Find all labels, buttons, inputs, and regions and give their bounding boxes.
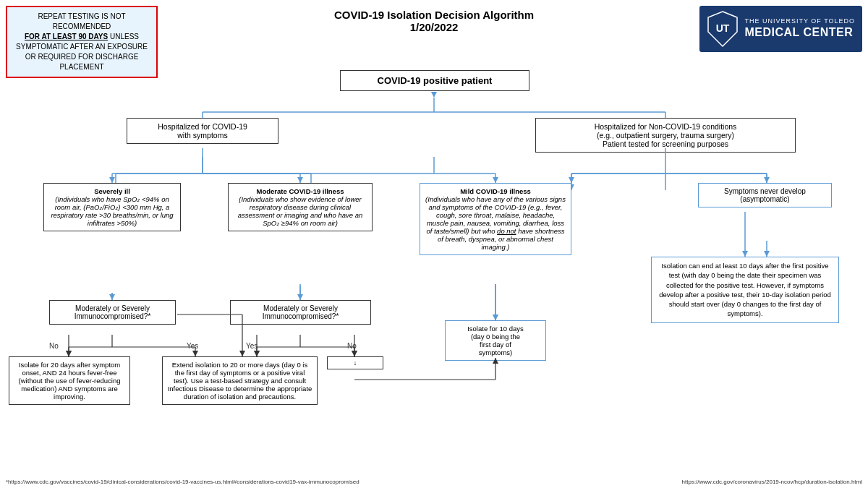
moderate-box: Moderate COVID-19 illness (Individuals w… — [228, 183, 373, 231]
footer-left: *https://www.cdc.gov/vaccines/covid-19/c… — [6, 479, 359, 485]
yes-label-1: Yes — [187, 342, 198, 350]
svg-marker-58 — [297, 177, 303, 183]
svg-marker-41 — [493, 314, 498, 320]
mild-box: Mild COVID-19 illness (Individuals who h… — [420, 183, 571, 255]
svg-marker-42 — [764, 251, 770, 257]
no-label-2: No — [347, 342, 357, 350]
title-line1: COVID-19 Isolation Decision Algorithm — [334, 9, 534, 21]
hosp-covid-box: Hospitalized for COVID-19with symptoms — [127, 118, 278, 144]
ut-shield-icon: UT — [707, 10, 739, 48]
svg-marker-65 — [297, 294, 303, 300]
title-line2: 1/20/2022 — [334, 21, 534, 33]
svg-marker-63 — [109, 294, 115, 300]
svg-marker-43 — [66, 351, 72, 356]
footer: *https://www.cdc.gov/vaccines/covid-19/c… — [6, 479, 862, 485]
svg-marker-78 — [352, 351, 357, 356]
isolate10-asymp-box: Isolation can end at least 10 days after… — [651, 257, 839, 323]
logo-text: THE UNIVERSITY OF TOLEDO MEDICAL CENTER — [744, 17, 855, 40]
svg-marker-46 — [352, 351, 357, 356]
hosp-non-covid-box: Hospitalized for Non-COVID-19 conditions… — [535, 118, 796, 153]
footer-right: https://www.cdc.gov/coronavirus/2019-nco… — [682, 479, 862, 485]
isolate20-no-box: Isolate for 20 days after symptom onset,… — [9, 356, 130, 405]
svg-marker-61 — [764, 177, 770, 183]
svg-marker-44 — [192, 351, 198, 356]
asymptomatic-box: Symptoms never develop(asymptomatic) — [698, 183, 832, 207]
isolate10-box: Isolate for 10 days(day 0 being thefirst… — [445, 320, 546, 361]
svg-marker-71 — [66, 351, 72, 356]
immunocomp2-box: Moderately or SeverelyImmunocompromised?… — [230, 300, 371, 325]
svg-marker-45 — [254, 351, 260, 356]
svg-marker-76 — [254, 351, 260, 356]
svg-marker-57 — [109, 177, 115, 183]
svg-marker-32 — [431, 92, 437, 98]
no-result-immunocomp2: ↓ — [327, 356, 383, 369]
svg-marker-60 — [569, 177, 574, 183]
yes-label-2: Yes — [246, 342, 258, 350]
svg-text:UT: UT — [716, 22, 730, 34]
warning-text-line2: FOR AT LEAST 90 DAYS — [25, 33, 108, 40]
svg-marker-69 — [742, 251, 748, 257]
svg-marker-59 — [493, 177, 498, 183]
start-box: COVID-19 positive patient — [340, 70, 529, 91]
severely-ill-box: Severely ill (Individuals who have SpO₂ … — [43, 183, 181, 231]
svg-marker-67 — [493, 314, 498, 320]
university-name: THE UNIVERSITY OF TOLEDO — [744, 17, 855, 26]
logo-box: UT THE UNIVERSITY OF TOLEDO MEDICAL CENT… — [699, 6, 862, 52]
page: REPEAT TESTING IS NOT RECOMMENDED FOR AT… — [0, 0, 868, 488]
header: COVID-19 Isolation Decision Algorithm 1/… — [6, 6, 862, 33]
header-title: COVID-19 Isolation Decision Algorithm 1/… — [334, 9, 534, 33]
no-label-1: No — [49, 342, 59, 350]
extend-isolation-box: Extend isolation to 20 or more days (day… — [162, 356, 318, 405]
immunocomp1-box: Moderately or SeverelyImmunocompromised?… — [49, 300, 176, 325]
medical-center-name: MEDICAL CENTER — [744, 25, 855, 40]
svg-marker-74 — [239, 351, 245, 356]
